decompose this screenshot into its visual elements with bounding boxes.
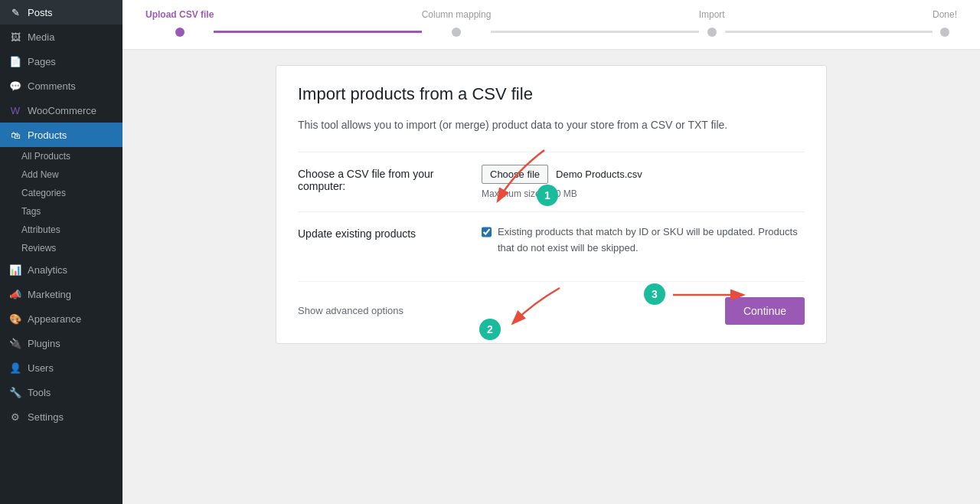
pages-icon: 📄 [9, 55, 21, 67]
continue-button[interactable]: Continue [725, 297, 805, 325]
sidebar-item-comments[interactable]: 💬 Comments [0, 74, 122, 98]
step-import-dot [707, 28, 717, 37]
annotation-bubble-2: 2 [479, 319, 501, 340]
file-label: Choose a CSV file from your computer: [298, 165, 466, 192]
update-control: Existing products that match by ID or SK… [482, 224, 805, 257]
media-icon: 🖼 [9, 31, 21, 43]
import-description: This tool allows you to import (or merge… [298, 116, 805, 133]
annotation-bubble-3: 3 [644, 283, 665, 305]
step-connector-1 [214, 31, 421, 33]
step-import: Import [699, 9, 725, 37]
step-done: Done! [933, 9, 957, 37]
show-advanced-link[interactable]: Show advanced options [298, 305, 403, 316]
settings-icon: ⚙ [9, 411, 21, 423]
sidebar-item-all-products[interactable]: All Products [0, 147, 122, 165]
step-upload-dot [175, 28, 185, 37]
woocommerce-icon: W [9, 104, 21, 116]
analytics-icon: 📊 [9, 263, 21, 276]
update-checkbox[interactable] [482, 226, 492, 238]
update-checkbox-label: Existing products that match by ID or SK… [498, 224, 805, 257]
users-icon: 👤 [9, 362, 21, 374]
sidebar-item-categories[interactable]: Categories [0, 184, 122, 202]
sidebar-item-products[interactable]: 🛍 Products [0, 123, 122, 147]
import-card: 1 2 [276, 65, 827, 344]
step-upload: Upload CSV file [145, 9, 214, 37]
sidebar-item-analytics[interactable]: 📊 Analytics [0, 257, 122, 282]
step-mapping-dot [452, 28, 461, 37]
step-connector-2 [491, 31, 698, 33]
content-area: 1 2 [122, 50, 980, 504]
plugins-icon: 🔌 [9, 337, 21, 349]
sidebar-item-tags[interactable]: Tags [0, 202, 122, 221]
sidebar-item-marketing[interactable]: 📣 Marketing [0, 282, 122, 306]
stepper: Upload CSV file Column mapping Import Do… [122, 0, 980, 50]
annotation-bubble-1: 1 [537, 185, 558, 206]
sidebar: ✎ Posts 🖼 Media 📄 Pages 💬 Comments W Woo… [0, 0, 122, 504]
file-control: Choose file Demo Products.csv Maximum si… [482, 165, 805, 199]
sidebar-item-media[interactable]: 🖼 Media [0, 25, 122, 49]
max-size-label: Maximum size: 300 MB [482, 188, 805, 199]
step-upload-label: Upload CSV file [145, 9, 214, 20]
sidebar-item-add-new[interactable]: Add New [0, 165, 122, 184]
appearance-icon: 🎨 [9, 313, 21, 325]
sidebar-item-pages[interactable]: 📄 Pages [0, 49, 122, 74]
update-label: Update existing products [298, 224, 466, 240]
tools-icon: 🔧 [9, 386, 21, 398]
sidebar-item-reviews[interactable]: Reviews [0, 239, 122, 257]
main-content: Upload CSV file Column mapping Import Do… [122, 0, 980, 504]
sidebar-item-plugins[interactable]: 🔌 Plugins [0, 331, 122, 355]
import-title: Import products from a CSV file [298, 84, 805, 104]
products-icon: 🛍 [9, 129, 21, 141]
checkbox-row: Existing products that match by ID or SK… [482, 224, 805, 257]
step-mapping-label: Column mapping [422, 9, 492, 20]
comments-icon: 💬 [9, 80, 21, 92]
step-connector-3 [725, 31, 933, 33]
update-row: Update existing products Existing produc… [298, 211, 805, 269]
sidebar-item-posts[interactable]: ✎ Posts [0, 0, 122, 25]
step-done-dot [940, 28, 949, 37]
choose-file-button[interactable]: Choose file [482, 165, 548, 184]
stepper-steps: Upload CSV file Column mapping Import Do… [145, 9, 957, 49]
sidebar-item-settings[interactable]: ⚙ Settings [0, 404, 122, 429]
step-import-label: Import [699, 9, 725, 20]
file-name: Demo Products.csv [556, 169, 642, 180]
marketing-icon: 📣 [9, 288, 21, 300]
footer-row: Show advanced options Continue [298, 281, 805, 325]
file-input-row: Choose file Demo Products.csv [482, 165, 805, 184]
posts-icon: ✎ [9, 6, 21, 18]
sidebar-item-woocommerce[interactable]: W WooCommerce [0, 98, 122, 123]
sidebar-item-attributes[interactable]: Attributes [0, 221, 122, 239]
sidebar-item-appearance[interactable]: 🎨 Appearance [0, 306, 122, 331]
sidebar-item-tools[interactable]: 🔧 Tools [0, 380, 122, 404]
step-mapping: Column mapping [422, 9, 492, 37]
sidebar-item-users[interactable]: 👤 Users [0, 355, 122, 380]
step-done-label: Done! [933, 9, 957, 20]
